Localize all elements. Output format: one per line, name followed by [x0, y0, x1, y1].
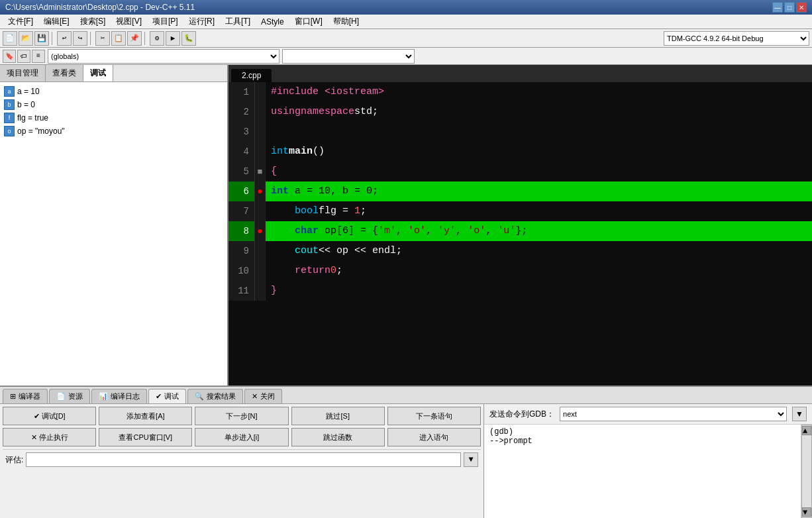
menu-item-搜索S[interactable]: 搜索[S]	[75, 15, 111, 28]
watch-item-op: o op = "moyou"	[3, 125, 225, 138]
code-line-2: 2 using namespace std;	[228, 102, 812, 122]
line-num-11: 11	[228, 281, 255, 301]
add-watch-btn[interactable]: 添加查看[A]	[99, 407, 192, 425]
debug-btn[interactable]: 🐛	[181, 31, 196, 46]
line-marker-11	[255, 281, 266, 301]
code-line-11: 11 }	[228, 281, 812, 301]
search-tab-label: 搜索结果	[207, 391, 236, 401]
middle-section: 项目管理 查看类 调试 a a = 10 b b = 0 f flg = tru…	[0, 65, 812, 386]
resources-tab-label: 资源	[68, 391, 83, 401]
secondary-dropdown[interactable]	[282, 49, 415, 64]
next-step-btn[interactable]: 下一步[N]	[195, 407, 288, 425]
minimize-button[interactable]: —	[772, 2, 783, 13]
new-file-btn[interactable]: 📄	[3, 31, 17, 46]
line-num-5: 5	[228, 162, 255, 181]
watch-item-flg: f flg = true	[3, 111, 225, 125]
globals-dropdown[interactable]: (globals)	[48, 49, 279, 64]
menu-item-文件F[interactable]: 文件[F]	[3, 15, 38, 28]
line-marker-8: ●	[255, 221, 266, 241]
left-tabs: 项目管理 查看类 调试	[0, 65, 227, 82]
watch-icon-b: b	[4, 99, 15, 110]
scroll-down-btn[interactable]: ▼	[802, 507, 811, 517]
open-file-btn[interactable]: 📂	[19, 31, 33, 46]
gdb-command-input[interactable]: next	[560, 407, 787, 421]
gdb-panel: 发送命令到GDB： next ▼ (gdb)-->prompt ▲ ▼	[483, 404, 812, 518]
code-line-7: 7 bool flg = 1;	[228, 201, 812, 221]
sep2	[90, 32, 93, 45]
run-btn[interactable]: ▶	[166, 31, 180, 46]
watch-label-b: b = 0	[17, 100, 35, 109]
compiler-tab-label: 编译器	[19, 391, 40, 401]
menu-item-AStyle[interactable]: AStyle	[256, 16, 289, 28]
list-icon[interactable]: ≡	[32, 50, 45, 63]
watch-item-a: a a = 10	[3, 85, 225, 98]
code-text-7: bool flg = 1;	[266, 201, 372, 221]
eval-input[interactable]	[26, 452, 461, 467]
bottom-tab-resources[interactable]: 📄 资源	[49, 389, 90, 403]
gdb-header: 发送命令到GDB： next ▼	[484, 404, 812, 425]
compile-btn[interactable]: ⚙	[150, 31, 164, 46]
gdb-scrollbar[interactable]: ▲ ▼	[801, 425, 812, 518]
line-marker-9	[255, 241, 266, 261]
left-content: a a = 10 b b = 0 f flg = true o op = "mo…	[0, 82, 227, 386]
bottom-tab-search[interactable]: 🔍 搜索结果	[187, 389, 243, 403]
menu-item-工具T[interactable]: 工具[T]	[220, 15, 256, 28]
watch-item-b: b b = 0	[3, 98, 225, 111]
code-line-10: 10 return 0;	[228, 261, 812, 281]
line-marker-2	[255, 102, 266, 122]
line-num-7: 7	[228, 201, 255, 221]
line-num-1: 1	[228, 82, 255, 102]
skip-func-btn[interactable]: 跳过函数	[291, 428, 385, 446]
code-text-8: char op[6] = {'m', 'o', 'y', 'o', 'u'};	[266, 221, 533, 241]
bottom-tab-compiler[interactable]: ⊞ 编译器	[3, 389, 48, 403]
close-tab-label: 关闭	[260, 391, 275, 401]
bottom-tab-compile-log[interactable]: 📊 编译日志	[91, 389, 147, 403]
step-in-btn[interactable]: 单步进入[i]	[195, 428, 288, 446]
code-tab-2cpp[interactable]: 2.cpp	[231, 69, 272, 82]
code-content[interactable]: 1 #include <iostream> 2 using namespace …	[228, 82, 812, 386]
menu-item-视图V[interactable]: 视图[V]	[111, 15, 147, 28]
menu-item-编辑E[interactable]: 编辑[E]	[38, 15, 75, 28]
skip-btn[interactable]: 跳过[S]	[291, 407, 385, 425]
save-file-btn[interactable]: 💾	[34, 31, 49, 46]
tab-class-viewer[interactable]: 查看类	[46, 65, 83, 81]
enter-stmt-btn[interactable]: 进入语句	[387, 428, 481, 446]
tag-icon[interactable]: 🏷	[17, 50, 30, 63]
compiler-selector[interactable]: TDM-GCC 4.9.2 64-bit Debug	[664, 31, 809, 46]
code-text-3	[266, 122, 276, 142]
menu-item-项目P[interactable]: 项目[P]	[147, 15, 183, 28]
line-marker-7	[255, 201, 266, 221]
cut-btn[interactable]: ✂	[95, 31, 110, 46]
paste-btn[interactable]: 📌	[127, 31, 142, 46]
tab-debug[interactable]: 调试	[83, 65, 113, 81]
undo-btn[interactable]: ↩	[57, 31, 72, 46]
copy-btn[interactable]: 📋	[111, 31, 126, 46]
bookmark-icon[interactable]: 🔖	[3, 50, 16, 63]
debug-start-btn[interactable]: ✔ 调试[D]	[3, 407, 96, 425]
content-wrapper: 项目管理 查看类 调试 a a = 10 b b = 0 f flg = tru…	[0, 65, 812, 518]
redo-btn[interactable]: ↪	[73, 31, 87, 46]
maximize-button[interactable]: □	[784, 2, 795, 13]
toolbar2-icons: 🔖 🏷 ≡	[3, 50, 45, 63]
sep1	[52, 32, 54, 45]
scroll-up-btn[interactable]: ▲	[802, 426, 811, 435]
sep3	[144, 32, 147, 45]
bottom-tab-debug[interactable]: ✔ 调试	[148, 389, 186, 403]
debug-tab-label: 调试	[164, 391, 179, 401]
tab-project-manager[interactable]: 项目管理	[0, 65, 46, 81]
cpu-window-btn[interactable]: 查看CPU窗口[V]	[99, 428, 192, 446]
close-button[interactable]: ✕	[796, 2, 807, 13]
line-num-3: 3	[228, 122, 255, 142]
compile-log-icon: 📊	[99, 392, 108, 401]
next-stmt-btn[interactable]: 下一条语句	[387, 407, 481, 425]
menu-item-运行R[interactable]: 运行[R]	[183, 15, 220, 28]
line-num-4: 4	[228, 142, 255, 162]
stop-exec-btn[interactable]: ✕ 停止执行	[3, 428, 96, 446]
bottom-tab-close[interactable]: ✕ 关闭	[244, 389, 282, 403]
debug-tab-icon: ✔	[156, 392, 162, 401]
gdb-send-icon[interactable]: ▼	[792, 407, 807, 421]
menu-item-帮助H[interactable]: 帮助[H]	[328, 15, 364, 28]
line-num-9: 9	[228, 241, 255, 261]
menu-item-窗口W[interactable]: 窗口[W]	[289, 15, 328, 28]
eval-dropdown-btn[interactable]: ▼	[464, 452, 478, 467]
